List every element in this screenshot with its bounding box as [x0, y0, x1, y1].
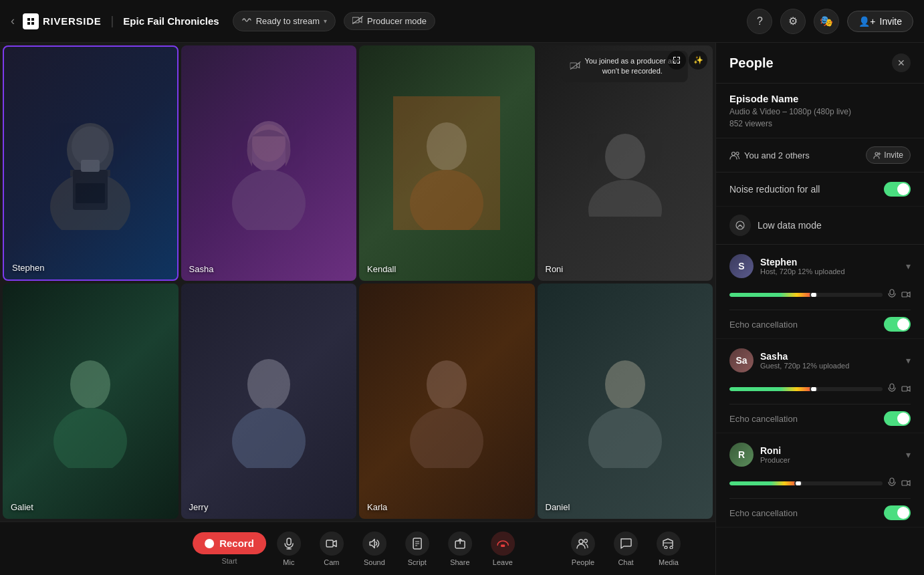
- echo-cancellation-sasha-label: Echo cancellation: [729, 414, 798, 424]
- stephen-header: S Stephen Host, 720p 12% uploaded ▾: [729, 254, 911, 278]
- script-button[interactable]: Script: [397, 528, 437, 570]
- svg-rect-55: [902, 386, 907, 391]
- stephen-chevron-icon[interactable]: ▾: [906, 261, 911, 271]
- echo-cancellation-stephen-toggle[interactable]: [884, 317, 911, 332]
- chat-button[interactable]: Chat: [606, 528, 646, 570]
- people-icon: [576, 538, 590, 549]
- sidebar-header: People ✕: [716, 43, 924, 84]
- stephen-mic-icon[interactable]: [888, 289, 896, 300]
- video-label-jerry: Jerry: [189, 502, 209, 512]
- sidebar-invite-button[interactable]: Invite: [866, 146, 911, 164]
- sasha-audio-bar[interactable]: [729, 387, 883, 391]
- logo: RIVERSIDE: [23, 13, 102, 29]
- episode-info: Episode Name Audio & Video – 1080p (480p…: [716, 84, 924, 138]
- record-sublabel: Start: [221, 557, 237, 565]
- svg-rect-2: [27, 22, 30, 25]
- media-button[interactable]: Media: [649, 528, 689, 570]
- echo-cancellation-stephen-label: Echo cancellation: [729, 320, 798, 330]
- person-card-sasha: Sa Sasha Guest, 720p 12% uploaded ▾: [716, 339, 924, 404]
- svg-point-40: [665, 546, 667, 549]
- video-cell-sasha: Sasha: [181, 45, 357, 281]
- mic-button[interactable]: Mic: [269, 528, 309, 570]
- stephen-info: Stephen Host, 720p 12% uploaded: [760, 257, 899, 275]
- noise-reduction-toggle[interactable]: [884, 182, 911, 197]
- stephen-cam-icon[interactable]: [901, 290, 911, 300]
- back-button[interactable]: ‹: [11, 14, 15, 28]
- stephen-audio-bar[interactable]: [729, 293, 883, 297]
- sasha-cam-icon[interactable]: [901, 384, 911, 394]
- video-label-stephen: Stephen: [12, 263, 44, 273]
- media-icon-container: [657, 532, 681, 556]
- roni-audio-bar[interactable]: [729, 481, 883, 485]
- video-cell-daniel: Daniel: [538, 283, 713, 519]
- svg-point-23: [247, 359, 290, 410]
- sound-icon-container: [362, 532, 386, 556]
- sasha-chevron-icon[interactable]: ▾: [906, 355, 911, 366]
- record-dot-icon: [205, 539, 214, 548]
- video-feed-karla: [359, 283, 535, 519]
- video-cell-jerry: Jerry: [181, 283, 357, 519]
- stephen-role: Host, 720p 12% uploaded: [760, 267, 899, 275]
- sasha-mic-icon[interactable]: [888, 383, 896, 394]
- toolbar: Record Start Mic: [0, 522, 715, 575]
- video-label-kendall: Kendall: [367, 264, 396, 274]
- people-label: People: [572, 558, 594, 566]
- svg-rect-50: [890, 290, 894, 295]
- video-feed-kendall: [359, 45, 535, 281]
- person-card-roni: R Roni Producer ▾: [716, 433, 924, 498]
- media-icon: [662, 538, 675, 549]
- leave-button[interactable]: Leave: [483, 528, 523, 570]
- sidebar-close-button[interactable]: ✕: [892, 53, 911, 72]
- logo-icon: [23, 13, 39, 29]
- episode-name: Episode Name: [729, 93, 911, 104]
- mic-label: Mic: [283, 558, 294, 566]
- svg-point-41: [670, 546, 673, 549]
- leave-label: Leave: [493, 558, 513, 566]
- roni-mic-icon[interactable]: [888, 477, 896, 489]
- producer-mode-button[interactable]: Producer mode: [344, 12, 435, 30]
- sidebar-invite-label: Invite: [884, 150, 903, 160]
- noise-reduction-label: Noise reduction for all: [729, 184, 820, 195]
- svg-point-24: [232, 408, 306, 468]
- project-name[interactable]: Epic Fail Chronicles: [123, 15, 219, 27]
- video-cell-kendall: Kendall: [359, 45, 535, 281]
- svg-point-28: [588, 408, 662, 468]
- svg-point-25: [427, 360, 467, 409]
- sound-button[interactable]: Sound: [354, 528, 394, 570]
- sidebar-title: People: [729, 55, 774, 71]
- echo-cancellation-sasha-row: Echo cancellation: [716, 405, 924, 433]
- status-button[interactable]: Ready to stream ▾: [233, 11, 336, 31]
- media-label: Media: [659, 558, 679, 566]
- share-button[interactable]: Share: [440, 528, 480, 570]
- video-label-sasha: Sasha: [189, 264, 214, 274]
- video-feed-stephen: [4, 47, 177, 279]
- video-label-roni: Roni: [546, 264, 564, 274]
- svg-rect-1: [31, 18, 34, 21]
- invite-button[interactable]: 👤+ Invite: [847, 11, 913, 32]
- people-count-icon: [729, 151, 740, 160]
- stephen-controls: [729, 283, 911, 310]
- roni-role: Producer: [760, 456, 899, 464]
- svg-rect-29: [287, 538, 291, 545]
- people-button[interactable]: People: [563, 528, 603, 570]
- echo-cancellation-roni-toggle[interactable]: [884, 505, 911, 520]
- signal-icon: [735, 221, 745, 230]
- record-button[interactable]: Record Start: [193, 528, 266, 570]
- help-button[interactable]: ?: [747, 9, 772, 34]
- cam-button[interactable]: Cam: [312, 528, 352, 570]
- svg-rect-52: [902, 292, 907, 297]
- video-label-karla: Karla: [367, 502, 387, 512]
- emoji-button[interactable]: 🎭: [814, 9, 839, 34]
- status-text: Ready to stream: [256, 16, 320, 26]
- low-data-label: Low data mode: [758, 220, 911, 231]
- roni-cam-icon[interactable]: [901, 478, 911, 489]
- svg-point-13: [232, 170, 306, 230]
- roni-chevron-icon[interactable]: ▾: [906, 449, 911, 460]
- toolbar-center-controls: Record Start Mic: [193, 528, 523, 570]
- sound-label: Sound: [364, 558, 385, 566]
- mic-icon: [283, 538, 294, 550]
- noise-reduction-row: Noise reduction for all: [716, 172, 924, 207]
- script-label: Script: [408, 558, 427, 566]
- echo-cancellation-sasha-toggle[interactable]: [884, 411, 911, 426]
- settings-button[interactable]: ⚙: [780, 9, 806, 34]
